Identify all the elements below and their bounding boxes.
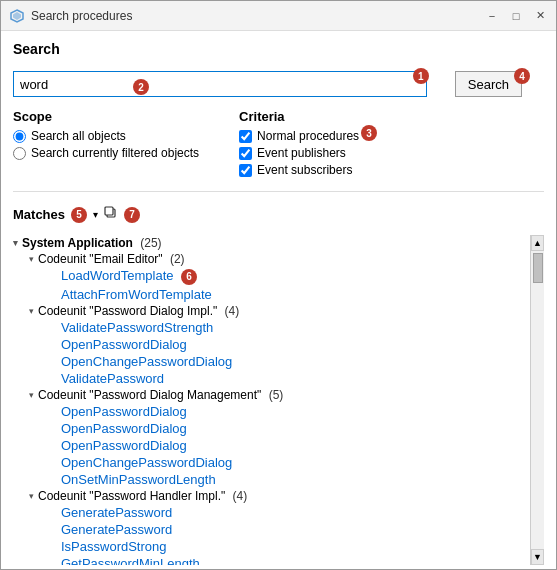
list-item[interactable]: AttachFromWordTemplate bbox=[61, 286, 526, 303]
scroll-thumb[interactable] bbox=[533, 253, 543, 283]
svg-marker-1 bbox=[13, 12, 21, 20]
scope-filtered-label: Search currently filtered objects bbox=[31, 146, 199, 160]
criteria-subscribers-check[interactable] bbox=[239, 164, 252, 177]
scroll-up-button[interactable]: ▲ bbox=[531, 235, 544, 251]
system-application-count: (25) bbox=[137, 236, 162, 250]
item-label: AttachFromWordTemplate bbox=[61, 287, 212, 302]
scope-filtered-radio[interactable] bbox=[13, 147, 26, 160]
minimize-button[interactable]: − bbox=[484, 8, 500, 24]
criteria-section: Criteria Normal procedures Event publish… bbox=[239, 109, 359, 177]
copy-svg bbox=[104, 206, 118, 220]
list-item[interactable]: ValidatePasswordStrength bbox=[61, 319, 526, 336]
item-label: OpenPasswordDialog bbox=[61, 438, 187, 453]
list-item[interactable]: GeneratePassword bbox=[61, 521, 526, 538]
list-item[interactable]: OpenChangePasswordDialog bbox=[61, 353, 526, 370]
criteria-normal-check[interactable] bbox=[239, 130, 252, 143]
list-item[interactable]: OpenPasswordDialog bbox=[61, 403, 526, 420]
scope-all-label: Search all objects bbox=[31, 129, 126, 143]
search-button[interactable]: Search bbox=[455, 71, 522, 97]
system-app-chevron-icon: ▾ bbox=[13, 238, 18, 248]
item-label: OpenChangePasswordDialog bbox=[61, 455, 232, 470]
divider bbox=[13, 191, 544, 192]
pwd-dialog-impl-chevron-icon: ▾ bbox=[29, 306, 34, 316]
search-input[interactable] bbox=[13, 71, 427, 97]
item-label: ValidatePasswordStrength bbox=[61, 320, 213, 335]
matches-chevron-icon[interactable]: ▾ bbox=[93, 209, 98, 220]
scope-section: Scope Search all objects Search currentl… bbox=[13, 109, 199, 177]
tree-scroll-wrapper: ▾ System Application (25) ▾ Codeunit "Em… bbox=[13, 235, 544, 565]
matches-label: Matches bbox=[13, 207, 65, 222]
scope-all-radio[interactable] bbox=[13, 130, 26, 143]
maximize-button[interactable]: □ bbox=[508, 8, 524, 24]
password-handler-impl-count: (4) bbox=[229, 489, 247, 503]
email-editor-header[interactable]: ▾ Codeunit "Email Editor" (2) bbox=[29, 251, 526, 267]
criteria-subscribers-label: Event subscribers bbox=[257, 163, 352, 177]
badge-2: 2 bbox=[133, 79, 149, 95]
matches-row: Matches 5 ▾ 7 bbox=[13, 206, 544, 223]
badge-3: 3 bbox=[361, 125, 377, 141]
item-label: GeneratePassword bbox=[61, 522, 172, 537]
badge-7: 7 bbox=[124, 207, 140, 223]
close-button[interactable]: ✕ bbox=[532, 8, 548, 24]
window-title: Search procedures bbox=[31, 9, 132, 23]
list-item[interactable]: OnSetMinPasswordLength bbox=[61, 471, 526, 488]
scope-filtered-objects[interactable]: Search currently filtered objects bbox=[13, 146, 199, 160]
item-label: OpenPasswordDialog bbox=[61, 337, 187, 352]
badge-6: 6 bbox=[181, 269, 197, 285]
password-dialog-impl-header[interactable]: ▾ Codeunit "Password Dialog Impl." (4) bbox=[29, 303, 526, 319]
item-label: OpenChangePasswordDialog bbox=[61, 354, 232, 369]
scrollbar-track[interactable]: ▲ ▼ bbox=[530, 235, 544, 565]
list-item[interactable]: ValidatePassword bbox=[61, 370, 526, 387]
scroll-down-button[interactable]: ▼ bbox=[531, 549, 544, 565]
list-item[interactable]: OpenPasswordDialog bbox=[61, 420, 526, 437]
criteria-publishers-check[interactable] bbox=[239, 147, 252, 160]
main-content: Search 1 Search 4 Scope Search all objec… bbox=[1, 31, 556, 570]
password-dialog-mgmt-group: ▾ Codeunit "Password Dialog Management" … bbox=[29, 387, 526, 488]
title-bar: Search procedures − □ ✕ bbox=[1, 1, 556, 31]
pwd-handler-impl-chevron-icon: ▾ bbox=[29, 491, 34, 501]
criteria-normal-label: Normal procedures bbox=[257, 129, 359, 143]
password-dialog-mgmt-count: (5) bbox=[265, 388, 283, 402]
scope-label: Scope bbox=[13, 109, 199, 124]
item-label: OnSetMinPasswordLength bbox=[61, 472, 216, 487]
item-label: ValidatePassword bbox=[61, 371, 164, 386]
criteria-publishers-label: Event publishers bbox=[257, 146, 346, 160]
password-handler-impl-label: Codeunit "Password Handler Impl." bbox=[38, 489, 225, 503]
password-handler-impl-header[interactable]: ▾ Codeunit "Password Handler Impl." (4) bbox=[29, 488, 526, 504]
email-editor-count: (2) bbox=[167, 252, 185, 266]
criteria-normal[interactable]: Normal procedures bbox=[239, 129, 359, 143]
copy-icon[interactable] bbox=[104, 206, 118, 223]
item-label: LoadWordTemplate bbox=[61, 268, 174, 283]
scope-all-objects[interactable]: Search all objects bbox=[13, 129, 199, 143]
badge-1: 1 bbox=[413, 68, 429, 84]
criteria-subscribers[interactable]: Event subscribers bbox=[239, 163, 359, 177]
tree-list[interactable]: ▾ System Application (25) ▾ Codeunit "Em… bbox=[13, 235, 530, 565]
system-application-header[interactable]: ▾ System Application (25) bbox=[13, 235, 526, 251]
email-editor-group: ▾ Codeunit "Email Editor" (2) LoadWordTe… bbox=[29, 251, 526, 303]
criteria-label: Criteria bbox=[239, 109, 359, 124]
svg-rect-3 bbox=[105, 207, 113, 215]
criteria-publishers[interactable]: Event publishers bbox=[239, 146, 359, 160]
app-icon bbox=[9, 8, 25, 24]
list-item[interactable]: GeneratePassword bbox=[61, 504, 526, 521]
item-label: IsPasswordStrong bbox=[61, 539, 167, 554]
window-controls: − □ ✕ bbox=[484, 8, 548, 24]
badge-5: 5 bbox=[71, 207, 87, 223]
password-handler-impl-group: ▾ Codeunit "Password Handler Impl." (4) … bbox=[29, 488, 526, 565]
password-dialog-mgmt-header[interactable]: ▾ Codeunit "Password Dialog Management" … bbox=[29, 387, 526, 403]
list-item[interactable]: LoadWordTemplate 6 bbox=[61, 267, 526, 286]
tree-group-system-application: ▾ System Application (25) ▾ Codeunit "Em… bbox=[13, 235, 526, 565]
password-dialog-impl-label: Codeunit "Password Dialog Impl." bbox=[38, 304, 217, 318]
list-item[interactable]: OpenPasswordDialog bbox=[61, 437, 526, 454]
item-label: GetPasswordMinLength bbox=[61, 556, 200, 565]
password-dialog-impl-group: ▾ Codeunit "Password Dialog Impl." (4) V… bbox=[29, 303, 526, 387]
list-item[interactable]: GetPasswordMinLength bbox=[61, 555, 526, 565]
list-item[interactable]: OpenChangePasswordDialog bbox=[61, 454, 526, 471]
password-dialog-impl-count: (4) bbox=[221, 304, 239, 318]
list-item[interactable]: IsPasswordStrong bbox=[61, 538, 526, 555]
scope-criteria-row: Scope Search all objects Search currentl… bbox=[13, 109, 544, 177]
list-item[interactable]: OpenPasswordDialog bbox=[61, 336, 526, 353]
email-editor-label: Codeunit "Email Editor" bbox=[38, 252, 163, 266]
title-left: Search procedures bbox=[9, 8, 132, 24]
system-application-label: System Application bbox=[22, 236, 133, 250]
